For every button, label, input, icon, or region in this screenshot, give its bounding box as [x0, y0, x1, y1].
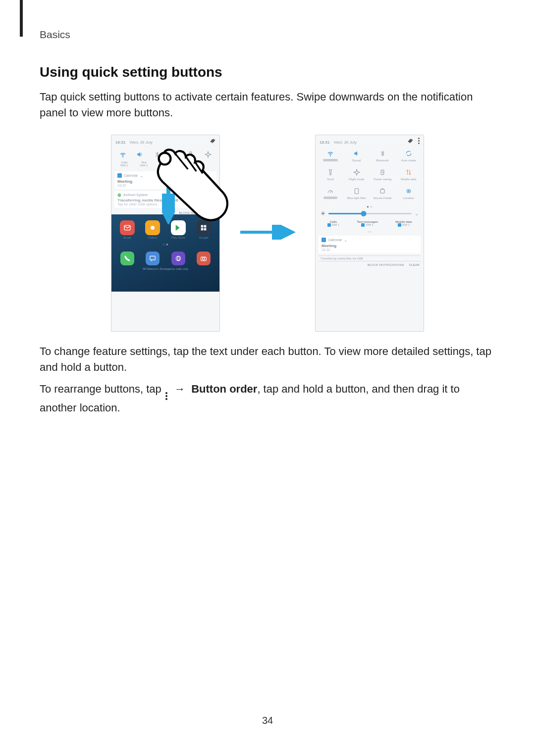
- svg-point-7: [176, 256, 180, 260]
- qs-label-text: Blue light filter: [347, 197, 366, 202]
- torch-icon: [327, 169, 334, 176]
- notif-app-name: Calendar: [328, 238, 342, 242]
- arrow-text: →: [174, 383, 185, 395]
- wifi-icon: [119, 151, 126, 158]
- qs-label-calls: CallsSIM 1: [120, 161, 128, 167]
- qs-airplane[interactable]: Flight mode: [344, 168, 370, 184]
- header-rule: [20, 0, 23, 37]
- qs-label-text: [323, 197, 337, 199]
- qs-torch[interactable]: Torch: [318, 168, 344, 184]
- qs-label-text: TextSIM 1: [140, 161, 148, 167]
- secure-folder-icon: [379, 188, 386, 195]
- status-date: Wed, 26 July: [130, 140, 153, 145]
- qs-performance[interactable]: [318, 187, 344, 202]
- status-time-date: 18:31 Wed, 26 July: [115, 137, 153, 146]
- paragraph-rearrange: To rearrange buttons, tap → Button order…: [40, 381, 495, 416]
- sim-row: CallsSIM 1 Text messagesSIM 1 Mobile dat…: [316, 219, 424, 230]
- qs-securefolder[interactable]: Secure Folder: [370, 187, 396, 202]
- powersave-icon: [379, 169, 386, 176]
- notification-calendar[interactable]: Calendar⌄ Meeting 18:32: [319, 236, 421, 253]
- qs-label-text: Sound: [352, 159, 361, 165]
- brightness-icon: [321, 211, 325, 216]
- svg-rect-4: [201, 228, 204, 231]
- svg-rect-16: [380, 189, 384, 193]
- figure-row: 18:31 Wed, 26 July CallsSIM 1 TextSIM 1: [40, 135, 495, 332]
- svg-point-8: [177, 256, 179, 260]
- status-bar: 18:31 Wed, 26 July: [316, 135, 424, 147]
- block-notifications-label[interactable]: BLOCK NOTIFICATIONS: [368, 263, 404, 266]
- qs-mobiledata[interactable]: Mobile data: [396, 168, 422, 184]
- android-icon: ⬤: [117, 193, 121, 197]
- slider-track[interactable]: [328, 213, 412, 214]
- qs-location[interactable]: Location: [396, 187, 422, 202]
- messages-app-icon[interactable]: [146, 252, 160, 265]
- svg-point-12: [159, 152, 171, 164]
- svg-rect-3: [204, 225, 207, 228]
- phone-app-icon[interactable]: [120, 252, 134, 265]
- emergency-label: SKTelecom | Emergency calls only: [114, 267, 216, 270]
- phone-collapsed-panel: 18:31 Wed, 26 July CallsSIM 1 TextSIM 1: [111, 135, 220, 332]
- svg-rect-5: [204, 228, 207, 231]
- notif-app-name: Calendar: [124, 174, 138, 177]
- svg-line-24: [321, 212, 322, 212]
- paragraph-change-settings: To change feature settings, tap the text…: [40, 344, 495, 375]
- page-indicator: ○ ●: [114, 242, 216, 247]
- sim-text[interactable]: Text messagesSIM 1: [357, 220, 378, 227]
- button-order-label: Button order: [191, 383, 257, 395]
- sim-data[interactable]: Mobile dataSIM 1: [395, 220, 412, 227]
- svg-point-19: [322, 213, 323, 214]
- gear-icon[interactable]: [408, 138, 413, 144]
- svg-line-26: [324, 212, 324, 212]
- qs-sound[interactable]: Sound: [344, 149, 370, 165]
- qs-bluelight[interactable]: Blue light filter: [344, 187, 370, 202]
- page-indicator: ● ○: [316, 204, 424, 209]
- slider-thumb[interactable]: [361, 211, 366, 216]
- google-folder-icon[interactable]: [196, 220, 211, 235]
- internet-app-icon[interactable]: [171, 252, 185, 265]
- chevron-down-icon[interactable]: ⌄: [415, 211, 419, 216]
- more-options-icon[interactable]: [418, 138, 420, 144]
- svg-rect-2: [201, 225, 204, 228]
- section-header: Basics: [40, 29, 495, 41]
- qs-bluetooth[interactable]: Bluetooth: [370, 149, 396, 165]
- home-launcher: Email Gallery Play Store Google ○ ● SKTe…: [111, 214, 219, 292]
- intro-paragraph: Tap quick setting buttons to activate ce…: [40, 89, 495, 121]
- qs-label-text: Bluetooth: [376, 159, 389, 165]
- svg-point-10: [203, 257, 205, 260]
- qs-sound[interactable]: [131, 150, 148, 159]
- qs-powersaving[interactable]: Power saving: [370, 168, 396, 184]
- qs-label-text: Flight mode: [349, 178, 364, 184]
- status-bar: 18:31 Wed, 26 July: [111, 135, 219, 147]
- gallery-app-icon[interactable]: [145, 220, 160, 235]
- gear-icon[interactable]: [210, 138, 215, 144]
- sound-icon: [353, 150, 360, 157]
- notif-title: Meeting: [321, 244, 418, 248]
- chevron-down-icon: ⌄: [344, 238, 348, 243]
- svg-rect-15: [355, 189, 358, 194]
- sim-calls[interactable]: CallsSIM 1: [327, 220, 340, 227]
- camera-app-icon[interactable]: [197, 252, 211, 265]
- manual-page: Basics Using quick setting buttons Tap q…: [0, 0, 535, 756]
- qs-label-text: Mobile data: [401, 178, 416, 184]
- qs-label-text: Location: [403, 197, 414, 202]
- svg-point-18: [408, 191, 409, 192]
- clear-label[interactable]: CLEAR: [409, 263, 420, 266]
- airplane-icon: [353, 169, 360, 176]
- qs-label-text: Torch: [327, 178, 334, 184]
- status-time-date: 18:31 Wed, 26 July: [320, 137, 357, 146]
- svg-line-27: [321, 214, 322, 215]
- page-number: 34: [0, 715, 535, 726]
- subsection-title: Using quick setting buttons: [40, 64, 495, 80]
- notif-app-name: Android System: [123, 193, 148, 197]
- status-time: 18:31: [115, 140, 125, 145]
- more-options-icon: [165, 392, 167, 400]
- sound-icon: [136, 151, 143, 158]
- qs-wifi[interactable]: [318, 149, 344, 165]
- qs-rotate[interactable]: Auto rotate: [396, 149, 422, 165]
- email-app-icon[interactable]: [120, 220, 135, 235]
- qs-wifi[interactable]: [114, 150, 131, 159]
- status-time: 18:31: [320, 140, 329, 145]
- bluetooth-icon: [379, 150, 386, 157]
- brightness-slider[interactable]: ⌄: [316, 209, 424, 219]
- rotate-icon: [405, 150, 412, 157]
